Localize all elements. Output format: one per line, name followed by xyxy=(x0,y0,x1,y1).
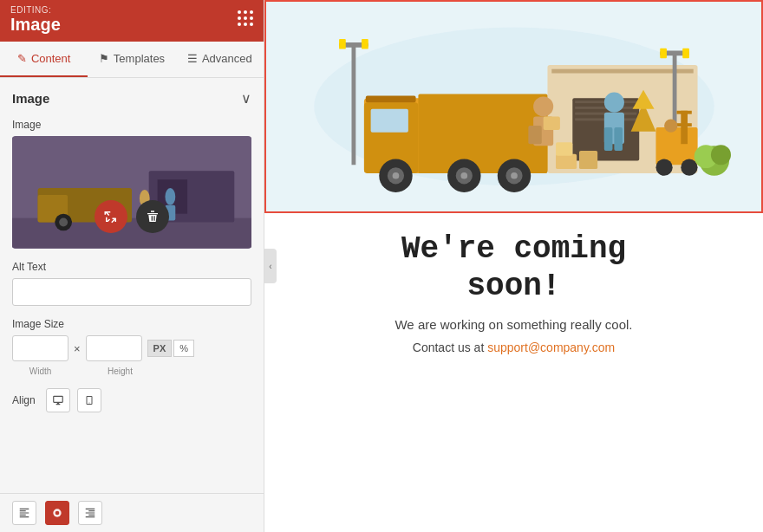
coming-soon-title: We're comingsoon! xyxy=(299,230,728,305)
contact-email: support@company.com xyxy=(487,341,615,354)
align-row: Align xyxy=(12,388,251,412)
delete-icon xyxy=(146,210,160,224)
left-panel: EDITING: Image ✎ Content ⚑ Templates ☰ A… xyxy=(0,0,264,532)
canvas-text-section: We're comingsoon! We are working on some… xyxy=(264,213,763,372)
alt-text-input[interactable] xyxy=(12,278,251,306)
svg-rect-60 xyxy=(676,111,691,114)
align-right-button[interactable] xyxy=(78,501,102,525)
section-header: Image ∨ xyxy=(12,90,251,107)
unit-selector: PX % xyxy=(147,340,194,357)
svg-rect-58 xyxy=(655,127,697,165)
image-size-row: × PX % xyxy=(12,335,251,361)
templates-tab-icon: ⚑ xyxy=(99,52,109,65)
image-field-label: Image xyxy=(12,119,251,131)
align-left-button[interactable] xyxy=(12,501,36,525)
height-input[interactable] xyxy=(86,335,142,361)
content-tab-icon: ✎ xyxy=(17,52,27,65)
align-desktop-button[interactable] xyxy=(46,388,70,412)
svg-rect-19 xyxy=(551,69,693,74)
svg-rect-28 xyxy=(682,49,689,59)
svg-point-64 xyxy=(664,119,677,132)
contact-text: Contact us at xyxy=(413,341,485,354)
tab-advanced[interactable]: ☰ Advanced xyxy=(176,42,264,77)
align-left-icon xyxy=(18,507,30,519)
panel-content: Image ∨ Image xyxy=(0,78,264,493)
align-center-button[interactable] xyxy=(45,501,69,525)
image-size-label: Image Size xyxy=(12,318,251,330)
svg-rect-54 xyxy=(614,127,623,151)
mobile-icon xyxy=(84,394,95,406)
canvas-inner: We're comingsoon! We are working on some… xyxy=(264,0,763,532)
size-separator: × xyxy=(74,342,81,355)
height-label: Height xyxy=(92,367,148,376)
bottom-toolbar xyxy=(0,493,264,532)
panel-collapse-handle[interactable]: ‹ xyxy=(264,249,277,283)
svg-rect-59 xyxy=(681,111,688,144)
canvas-area: We're comingsoon! We are working on some… xyxy=(264,0,763,532)
tab-templates-label: Templates xyxy=(114,52,165,65)
px-unit-button[interactable]: PX xyxy=(147,340,173,357)
svg-point-63 xyxy=(681,159,697,176)
delete-image-button[interactable] xyxy=(136,200,169,233)
align-mobile-button[interactable] xyxy=(77,388,101,412)
svg-rect-43 xyxy=(351,44,355,165)
coming-soon-subtitle: We are working on something really cool. xyxy=(299,317,728,332)
svg-rect-33 xyxy=(365,95,415,102)
canvas-image-section[interactable] xyxy=(264,0,763,213)
align-label: Align xyxy=(12,394,36,406)
size-labels: Width Height xyxy=(12,367,251,376)
svg-point-39 xyxy=(460,172,467,179)
editing-title: Image xyxy=(10,15,253,35)
svg-point-67 xyxy=(710,145,730,165)
svg-rect-32 xyxy=(418,94,547,173)
replace-image-button[interactable] xyxy=(95,200,127,233)
tab-content[interactable]: ✎ Content xyxy=(0,42,88,77)
more-options-icon[interactable] xyxy=(238,10,253,26)
svg-rect-45 xyxy=(339,39,346,49)
tab-advanced-label: Advanced xyxy=(202,52,252,65)
alt-text-label: Alt Text xyxy=(12,261,251,273)
editing-header: EDITING: Image xyxy=(0,0,264,42)
width-label: Width xyxy=(12,367,68,376)
width-input[interactable] xyxy=(12,335,68,361)
svg-point-36 xyxy=(392,172,399,179)
section-title: Image xyxy=(12,91,49,106)
svg-rect-56 xyxy=(578,151,597,169)
desktop-icon xyxy=(52,394,64,406)
image-overlay-buttons xyxy=(12,200,251,249)
svg-rect-31 xyxy=(370,109,408,133)
svg-point-51 xyxy=(603,93,623,113)
svg-rect-57 xyxy=(556,142,572,155)
svg-point-42 xyxy=(511,172,518,179)
percent-unit-button[interactable]: % xyxy=(173,340,194,357)
svg-rect-27 xyxy=(660,49,667,59)
canvas-illustration xyxy=(297,19,731,194)
replace-icon xyxy=(103,209,119,224)
svg-rect-61 xyxy=(676,123,691,127)
editing-label: EDITING: xyxy=(10,5,253,15)
svg-point-47 xyxy=(533,96,553,116)
align-center-icon xyxy=(51,507,63,519)
tabs-bar: ✎ Content ⚑ Templates ☰ Advanced xyxy=(0,42,264,78)
svg-rect-50 xyxy=(543,116,559,129)
tab-templates[interactable]: ⚑ Templates xyxy=(88,42,175,77)
svg-rect-55 xyxy=(556,154,577,169)
image-thumbnail xyxy=(12,136,251,249)
chevron-down-icon[interactable]: ∨ xyxy=(241,90,251,107)
svg-rect-46 xyxy=(362,39,368,49)
advanced-tab-icon: ☰ xyxy=(187,52,198,65)
align-right-icon xyxy=(84,507,96,519)
contact-line: Contact us at support@company.com xyxy=(299,341,728,354)
svg-point-15 xyxy=(55,511,60,516)
svg-rect-49 xyxy=(528,126,541,144)
svg-rect-53 xyxy=(603,127,612,151)
svg-point-62 xyxy=(655,159,672,176)
tab-content-label: Content xyxy=(31,52,71,65)
